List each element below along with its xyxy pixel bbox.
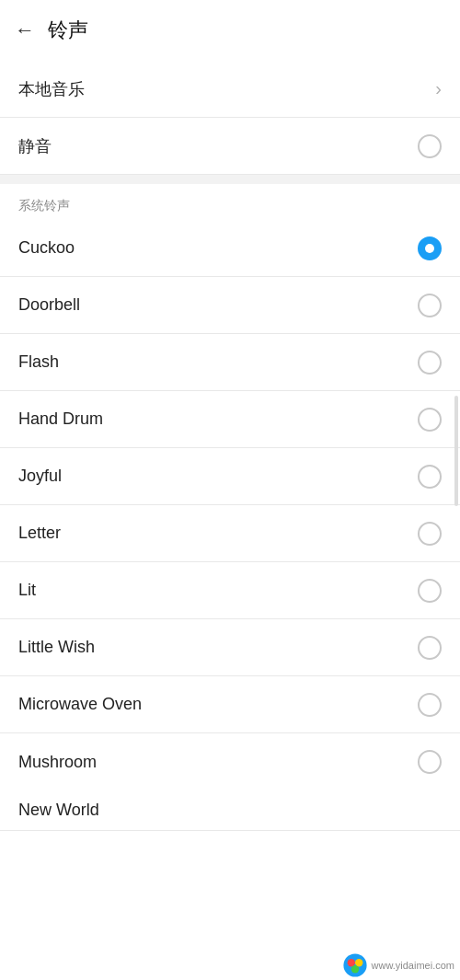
ringtone-name: Joyful (18, 467, 62, 486)
ringtone-item[interactable]: Doorbell (0, 277, 460, 334)
ringtone-item[interactable]: Mushroom (0, 733, 460, 790)
svg-point-3 (351, 965, 358, 973)
ringtone-radio[interactable] (418, 636, 442, 660)
ringtone-radio[interactable] (418, 236, 442, 260)
mute-radio[interactable] (418, 134, 442, 158)
ringtone-name: Little Wish (18, 638, 95, 657)
partial-ringtone-item[interactable]: New World (0, 790, 460, 831)
ringtone-item[interactable]: Joyful (0, 448, 460, 505)
ringtone-item[interactable]: Letter (0, 505, 460, 562)
chevron-right-icon: › (435, 78, 442, 99)
ringtone-item[interactable]: Little Wish (0, 619, 460, 676)
local-music-label: 本地音乐 (18, 78, 85, 100)
ringtone-item[interactable]: Microwave Oven (0, 676, 460, 733)
ringtone-name: Lit (18, 581, 36, 600)
mute-label: 静音 (18, 135, 52, 157)
ringtone-name: Hand Drum (18, 409, 103, 429)
ringtone-radio[interactable] (418, 750, 442, 774)
ringtone-radio[interactable] (418, 693, 442, 717)
watermark-logo (342, 952, 368, 978)
page-title: 铃声 (48, 17, 88, 44)
ringtone-name: Microwave Oven (18, 695, 142, 714)
mute-item[interactable]: 静音 (0, 118, 460, 175)
ringtone-radio[interactable] (418, 408, 442, 432)
ringtone-name: Letter (18, 524, 61, 543)
ringtone-radio[interactable] (418, 522, 442, 546)
header: ← 铃声 (0, 0, 460, 61)
back-button[interactable]: ← (15, 20, 35, 40)
ringtone-item[interactable]: Cuckoo (0, 220, 460, 277)
watermark-text: www.yidaimei.com (372, 960, 454, 971)
ringtone-item[interactable]: Hand Drum (0, 391, 460, 448)
scrollbar[interactable] (454, 396, 458, 506)
local-music-item[interactable]: 本地音乐 › (0, 61, 460, 118)
system-ringtones-label: 系统铃声 (18, 198, 70, 213)
ringtone-radio[interactable] (418, 294, 442, 317)
svg-point-1 (347, 959, 354, 966)
ringtone-radio[interactable] (418, 351, 442, 375)
system-ringtones-section: 系统铃声 (0, 184, 460, 220)
ringtone-list: CuckooDoorbellFlashHand DrumJoyfulLetter… (0, 220, 460, 790)
watermark: www.yidaimei.com (337, 951, 460, 980)
ringtone-name: Flash (18, 352, 59, 372)
ringtone-name: Mushroom (18, 753, 97, 772)
ringtone-item[interactable]: Flash (0, 334, 460, 391)
section-divider (0, 175, 460, 184)
svg-point-2 (355, 959, 362, 966)
partial-ringtone-label: New World (18, 801, 99, 820)
ringtone-radio[interactable] (418, 465, 442, 489)
ringtone-item[interactable]: Lit (0, 562, 460, 619)
ringtone-radio[interactable] (418, 579, 442, 603)
ringtone-name: Doorbell (18, 295, 80, 315)
ringtone-name: Cuckoo (18, 238, 75, 258)
